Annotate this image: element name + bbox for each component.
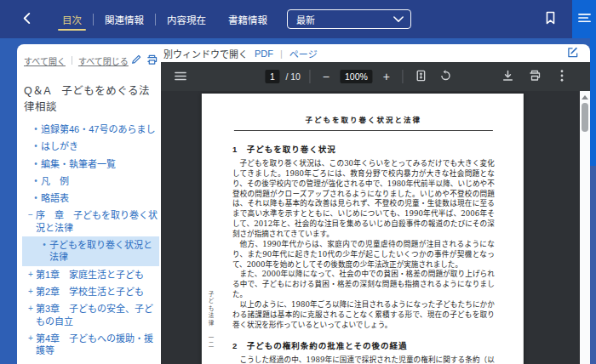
toolbar-separator <box>309 70 310 83</box>
toc-section-chapter3[interactable]: + 第3章 子どもの安全、子どもの自立 <box>22 300 159 330</box>
header-rule <box>234 130 493 131</box>
toc-item-label: 子どもを取り巻く状況と法律 <box>49 239 159 264</box>
toc-item-label: 略語表 <box>41 192 159 204</box>
toc-section-chapter1[interactable]: + 第1章 家庭生活と子ども <box>22 266 159 283</box>
paragraph: 子どもを取り巻く状況は、この30年くらいをとってみるだけでも大きく変化してきまし… <box>232 159 495 240</box>
edit-note-button[interactable] <box>564 46 582 61</box>
rotate-button[interactable] <box>437 67 456 86</box>
print-button[interactable] <box>144 54 159 67</box>
edit-button[interactable] <box>129 54 144 67</box>
tab-label: 内容現在 <box>167 13 206 26</box>
tab-label: 書籍情報 <box>228 13 267 26</box>
toc-controls: すべて開く すべて閉じる <box>22 54 159 67</box>
expand-all-link[interactable]: すべて開く <box>24 54 66 67</box>
toc-tree: • 追録第46・47号のあらまし • はしがき • 編集・執筆者一覧 • 凡 例… <box>22 121 159 359</box>
fit-page-button[interactable] <box>412 67 431 86</box>
document-content: 子どもを取り巻く状況と法律 1 子どもを取り巻く状況 子どもを取り巻く状況は、こ… <box>202 94 524 364</box>
tab-label: 関連情報 <box>105 13 144 26</box>
collapse-all-link[interactable]: すべて閉じる <box>78 54 129 67</box>
paragraph: こうした経過の中、1989年に国連で採択された児童の権利に関する条約（以下、「子… <box>232 355 495 364</box>
tab-label: 目次 <box>62 13 82 26</box>
app-menu-button[interactable] <box>572 0 596 38</box>
tab-toc[interactable]: 目次 <box>51 0 93 38</box>
toc-section-chapter2[interactable]: + 第2章 学校生活と子ども <box>22 283 159 300</box>
toc-item-supplement[interactable]: • 追録第46・47号のあらまし <box>22 121 159 138</box>
rotate-ccw-icon <box>440 70 452 84</box>
edition-dropdown-value: 最新 <box>296 13 315 26</box>
toc-item-label: 第3章 子どもの安全、子どもの自立 <box>36 303 159 327</box>
page-scrollbar[interactable] <box>590 38 596 364</box>
bullet-icon: • <box>31 175 41 186</box>
page-scrollbar-thumb[interactable] <box>590 38 596 166</box>
chevron-down-icon <box>393 14 404 25</box>
section-heading-2: 2 子どもの権利条約の批准とその後の経過 <box>232 339 495 351</box>
expand-plus-icon[interactable]: + <box>26 303 36 314</box>
toc-item-label: 第2章 学校生活と子ども <box>36 286 159 298</box>
top-tabs: 目次 関連情報 内容現在 書籍情報 <box>51 0 278 38</box>
tab-current-content[interactable]: 内容現在 <box>156 0 217 38</box>
toc-sidebar: すべて開く すべて閉じる Q＆A 子どもをめぐる法律相談 • 追録第46・47号… <box>17 44 161 364</box>
download-button[interactable] <box>498 67 517 86</box>
toc-item-label: 第4章 子どもへの援助・援護等 <box>36 333 159 357</box>
toc-item-conventions[interactable]: • 凡 例 <box>22 173 159 190</box>
pdf-scrollbar[interactable] <box>580 91 590 364</box>
open-new-window-link[interactable]: 別ウィンドウで開く <box>163 47 248 60</box>
back-button[interactable] <box>14 7 39 32</box>
toc-item-label: 追録第46・47号のあらまし <box>41 123 159 135</box>
top-navigation-bar: 目次 関連情報 内容現在 書籍情報 最新 <box>0 0 596 38</box>
expand-plus-icon[interactable]: + <box>26 269 36 280</box>
toc-item-label: 凡 例 <box>41 175 159 187</box>
bullet-icon: • <box>39 239 49 250</box>
print-icon <box>529 70 541 83</box>
toc-section-intro-chapter[interactable]: − 序 章 子どもを取り巻く状況と法律 <box>22 207 159 236</box>
bookmark-button[interactable] <box>540 9 560 30</box>
pdf-viewer: 1 / 10 − 100% + <box>161 62 590 364</box>
pdf-menu-button[interactable] <box>171 67 190 86</box>
pdf-scrollbar-thumb[interactable] <box>582 103 588 132</box>
paragraph: 他方、1990年代からは、家庭内での児童虐待の問題が注目されるようになり、また9… <box>232 240 495 270</box>
toc-item-abbreviations[interactable]: • 略語表 <box>22 190 159 207</box>
collapse-minus-icon[interactable]: − <box>26 209 36 220</box>
zoom-in-button[interactable]: + <box>379 67 394 86</box>
toolbar-separator <box>403 70 404 83</box>
pdf-link[interactable]: PDF <box>255 48 273 59</box>
bullet-icon: • <box>31 158 41 169</box>
toc-item-current-selected[interactable]: • 子どもを取り巻く状況と法律 <box>22 236 159 266</box>
toc-item-editors[interactable]: • 編集・執筆者一覧 <box>22 156 159 173</box>
section-heading-1: 1 子どもを取り巻く状況 <box>232 143 495 155</box>
more-options-button[interactable] <box>553 67 571 86</box>
document-viewer-area: 別ウィンドウで開く PDF | ページ 1 / 10 <box>161 44 590 364</box>
tab-related-info[interactable]: 関連情報 <box>94 0 155 38</box>
toc-item-label: はしがき <box>41 140 159 152</box>
pdf-page: 子ども法律 一二 子どもを取り巻く状況と法律 1 子どもを取り巻く状況 子どもを… <box>202 94 524 364</box>
control-separator <box>72 56 72 65</box>
zoom-out-button[interactable]: − <box>318 67 334 86</box>
paragraph: 以上のように、1980年ごろ以降に注目されるようになった子どもたちにかかわる諸課… <box>232 300 495 331</box>
zoom-level-display[interactable]: 100% <box>340 70 373 83</box>
page-margin-label: 子ども法律 一二 <box>206 291 215 349</box>
bookmark-icon <box>545 11 556 27</box>
paragraph: また、2000年以降になって、社会の中での貧困・格差の問題が取り上げられる中で、… <box>232 270 495 300</box>
running-head: 子どもを取り巻く状況と法律 <box>232 114 495 124</box>
expand-plus-icon[interactable]: + <box>26 286 36 297</box>
download-icon <box>502 70 513 84</box>
viewer-header: 別ウィンドウで開く PDF | ページ <box>161 44 590 62</box>
pdf-page-controls: 1 / 10 − 100% + <box>265 62 455 91</box>
toc-section-chapter4[interactable]: + 第4章 子どもへの援助・援護等 <box>22 330 159 360</box>
kebab-menu-icon <box>560 70 564 84</box>
bullet-icon: • <box>31 123 41 134</box>
page-link[interactable]: ページ <box>289 47 318 60</box>
pencil-icon <box>131 54 141 67</box>
edition-dropdown[interactable]: 最新 <box>287 9 411 29</box>
fit-page-icon <box>416 70 427 84</box>
print-button-toolbar[interactable] <box>525 67 544 86</box>
page-number-input[interactable]: 1 <box>265 70 279 83</box>
expand-plus-icon[interactable]: + <box>26 333 36 344</box>
scroll-up-arrow[interactable] <box>580 93 590 101</box>
toc-item-preface[interactable]: • はしがき <box>22 138 159 155</box>
tab-book-info[interactable]: 書籍情報 <box>217 0 278 38</box>
pdf-canvas: 子ども法律 一二 子どもを取り巻く状況と法律 1 子どもを取り巻く状況 子どもを… <box>161 91 590 364</box>
pdf-toolbar-right <box>498 67 571 86</box>
toc-item-label: 第1章 家庭生活と子ども <box>36 269 159 281</box>
printer-icon <box>146 54 158 67</box>
